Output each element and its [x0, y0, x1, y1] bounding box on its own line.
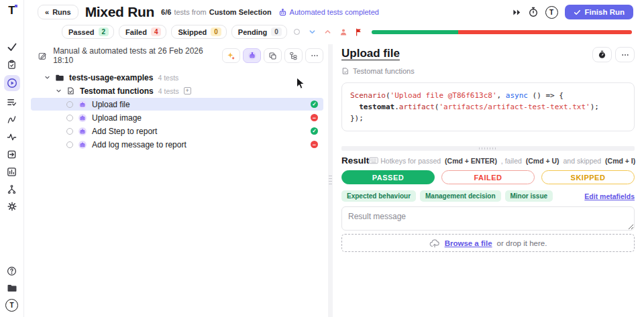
flag-filter-toggle[interactable]: [354, 28, 364, 36]
timer-button[interactable]: [528, 7, 539, 17]
filter-passed[interactable]: Passed2: [62, 25, 114, 39]
main-area: «Runs Mixed Run 6/6tests fromCustom Sele…: [24, 0, 644, 317]
breadcrumb[interactable]: Testomat functions: [341, 67, 635, 75]
panel-resize-handle[interactable]: [328, 44, 333, 317]
filter-count: 2: [99, 27, 109, 36]
test-name: Add log message to report: [92, 140, 186, 149]
user-avatar[interactable]: T: [545, 6, 558, 19]
sidebar-item-analytics[interactable]: [4, 165, 20, 178]
sidebar-item-help[interactable]: [4, 264, 20, 277]
sort-down-toggle[interactable]: [307, 28, 318, 36]
automated-view-button[interactable]: [243, 48, 261, 63]
filter-count: 4: [151, 27, 162, 36]
testomat-logo-icon[interactable]: T: [8, 5, 15, 16]
sidebar-item-activity[interactable]: [4, 130, 20, 143]
robot-icon: [78, 113, 87, 123]
folder-icon: [55, 73, 64, 82]
status-passed-icon: [311, 127, 318, 135]
sidebar-item-tasks[interactable]: [4, 95, 20, 109]
finish-run-button[interactable]: Finish Run: [565, 5, 633, 19]
timer-filled-icon: [598, 50, 606, 59]
folder-name: tests-usage-examples: [69, 73, 153, 82]
detail-more-button[interactable]: [615, 47, 635, 62]
browse-file-link[interactable]: Browse a file: [445, 239, 492, 247]
suite-meta: 4 tests: [158, 87, 179, 95]
sidebar-item-projects[interactable]: [4, 281, 20, 295]
tag-management-decision[interactable]: Management decision: [420, 190, 500, 202]
chevron-up-icon: [324, 28, 331, 36]
file-dropzone[interactable]: Browse a file or drop it here.: [341, 234, 635, 252]
mark-passed-button[interactable]: PASSED: [341, 170, 435, 184]
file-check-icon: [66, 86, 75, 95]
profile-avatar[interactable]: T: [5, 299, 18, 312]
tests-fraction: 6/6: [161, 8, 171, 16]
tag-expected-behaviour[interactable]: Expected behaviour: [341, 190, 416, 202]
tests-from-text: tests from: [174, 8, 206, 16]
radio-icon[interactable]: [66, 128, 73, 135]
sidebar-item-runs[interactable]: [4, 75, 20, 91]
test-detail-panel: Upload file Testomat functions Scenario(…: [333, 44, 644, 317]
expand-icon[interactable]: +: [184, 87, 191, 94]
sidebar-item-checks[interactable]: [4, 40, 20, 54]
assignee-filter-toggle[interactable]: [338, 28, 349, 36]
import-box-icon: [7, 149, 17, 160]
filter-pending[interactable]: Pending0: [231, 25, 287, 39]
fast-forward-button[interactable]: [513, 9, 521, 16]
sidebar-item-settings[interactable]: [4, 200, 20, 213]
status-failed-icon: [311, 141, 318, 148]
status-failed-icon: [311, 114, 318, 121]
automated-tests-link[interactable]: Automated tests completed: [278, 8, 379, 17]
filter-failed[interactable]: Failed4: [119, 25, 166, 39]
sidebar-item-import[interactable]: [4, 147, 20, 161]
filter-label: Passed: [68, 28, 95, 36]
file-check-icon: [341, 67, 350, 75]
chevron-down-icon: [44, 74, 50, 80]
double-chevron-left-icon: «: [45, 8, 49, 16]
mark-failed-button[interactable]: FAILED: [441, 170, 535, 184]
play-circle-icon: [7, 78, 17, 88]
ai-suggest-button[interactable]: [222, 48, 240, 63]
edit-metafields-link[interactable]: Edit metafields: [584, 192, 635, 200]
automated-status-label: Automated tests completed: [290, 8, 379, 16]
copy-icon: [268, 52, 277, 60]
sidebar-item-signature[interactable]: [4, 113, 20, 126]
test-row[interactable]: Add Step to report: [31, 125, 323, 137]
result-message-input[interactable]: [341, 206, 635, 231]
tree-header: Manual & automated tests at 26 Feb 2026 …: [31, 44, 327, 70]
test-row[interactable]: Upload image: [31, 111, 323, 124]
tree-suite-row[interactable]: Testomat functions 4 tests +: [31, 84, 323, 97]
tree-folder-row[interactable]: tests-usage-examples 4 tests: [31, 71, 323, 84]
mark-skipped-button[interactable]: SKIPPED: [541, 170, 635, 184]
filter-circle-toggle[interactable]: [292, 29, 303, 35]
tree-view-button[interactable]: [284, 48, 303, 63]
app-window: T T «Runs Mixed Run 6/6tests fromCustom …: [0, 0, 644, 317]
filter-label: Pending: [238, 28, 267, 36]
page-title: Mixed Run: [85, 4, 154, 20]
radio-icon[interactable]: [66, 141, 73, 148]
radio-icon[interactable]: [66, 101, 73, 108]
test-name: Upload image: [92, 113, 142, 123]
test-title[interactable]: Upload file: [341, 47, 400, 60]
test-row[interactable]: Add log message to report: [31, 138, 323, 151]
check-icon: [574, 9, 581, 16]
history-button[interactable]: [592, 47, 612, 62]
suite-name: Testomat functions: [80, 86, 154, 96]
sort-up-toggle[interactable]: [323, 28, 333, 36]
sidebar-item-branches[interactable]: [4, 182, 20, 196]
test-row[interactable]: Upload file: [31, 98, 323, 111]
result-resize-handle[interactable]: [341, 146, 635, 151]
filter-label: Failed: [125, 28, 147, 36]
filter-skipped[interactable]: Skipped0: [171, 25, 226, 39]
tree-more-button[interactable]: [305, 48, 323, 63]
test-name: Upload file: [92, 100, 130, 109]
flag-icon: [355, 28, 363, 36]
sparkles-icon: [227, 52, 235, 60]
check-icon: [7, 42, 17, 52]
drop-hint: or drop it here.: [497, 239, 547, 247]
sidebar-item-board[interactable]: [4, 58, 20, 71]
copy-button[interactable]: [264, 48, 282, 63]
tag-minor-issue[interactable]: Minor issue: [505, 190, 553, 202]
edit-icon[interactable]: [38, 51, 47, 61]
back-to-runs-button[interactable]: «Runs: [38, 5, 78, 19]
radio-icon[interactable]: [66, 115, 73, 121]
